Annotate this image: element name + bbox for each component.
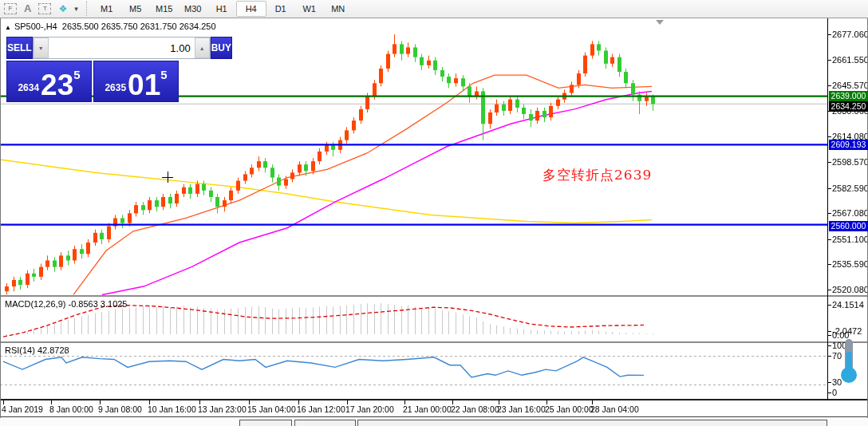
price-tick-label: 2535.590 <box>832 259 868 269</box>
rsi-indicator-label: RSI(14) 42.8728 <box>5 345 69 355</box>
minimized-window-edge <box>239 420 292 426</box>
minimized-window-edge <box>357 420 827 426</box>
timeframe-buttons: M1M5M15M30H1H4D1W1MN <box>93 1 353 17</box>
timeframe-m5[interactable]: M5 <box>121 1 150 17</box>
buy-price-sup: 5 <box>160 68 167 81</box>
time-tick-label: 15 Jan 04:00 <box>247 404 296 414</box>
toolbar-separator <box>86 2 88 16</box>
volume-decrease-button[interactable]: ▼ <box>34 37 49 58</box>
buy-price-big: 01 <box>128 73 160 97</box>
macd-indicator-label: MACD(12,26,9) -0.8563 3.1025 <box>5 299 127 309</box>
bottom-window-strip <box>0 418 868 426</box>
time-tick-label: 21 Jan 00:00 <box>403 404 452 414</box>
time-tick-label: 8 Jan 00:00 <box>49 404 93 414</box>
sell-price-big: 23 <box>41 73 73 97</box>
sell-price-box[interactable]: 2634 23 5 <box>6 61 92 102</box>
price-tag: 2634.250 <box>829 101 868 112</box>
timeframe-mn[interactable]: MN <box>324 1 353 17</box>
selection-tool-icon[interactable]: F <box>4 3 17 14</box>
price-tag: 2560.000 <box>829 221 868 231</box>
timeframe-h1[interactable]: H1 <box>207 1 236 17</box>
timeframe-m15[interactable]: M15 <box>150 1 179 17</box>
buy-button[interactable]: BUY <box>211 37 232 59</box>
price-tick-label: 2677.060 <box>832 30 868 39</box>
time-tick-label: 28 Jan 04:00 <box>590 404 639 414</box>
price-tick-label: 2598.570 <box>832 157 868 167</box>
time-tick-label: 23 Jan 16:00 <box>497 404 546 414</box>
time-tick-label: 17 Jan 20:00 <box>345 404 394 414</box>
time-tick-label: 13 Jan 23:00 <box>198 404 247 414</box>
time-tick-label: 10 Jan 16:00 <box>148 404 196 414</box>
price-tick-label: 2582.590 <box>832 183 868 193</box>
sell-price-prefix: 2634 <box>18 82 39 93</box>
label-tool-icon[interactable]: A <box>24 3 31 14</box>
collapse-triangle-icon: ▲ <box>5 24 11 31</box>
time-tick-label: 16 Jan 12:00 <box>297 404 345 414</box>
text-tool-icon[interactable]: T <box>38 3 51 14</box>
top-toolbar: F A T ❖ ▾ M1M5M15M30H1H4D1W1MN <box>0 0 868 18</box>
chart-title: ▲SP500-,H4 2635.500 2635.750 2631.750 26… <box>5 22 216 31</box>
price-tick-label: 2567.080 <box>832 208 868 218</box>
price-tag: 2639.000 <box>829 91 868 101</box>
price-tick-label: 2551.100 <box>832 235 868 244</box>
sell-button[interactable]: SELL <box>6 37 33 59</box>
symbol-period-label: SP500-,H4 <box>14 22 57 31</box>
sell-price-sup: 5 <box>73 68 80 81</box>
thermometer-icon <box>835 337 862 384</box>
price-tag: 2609.193 <box>829 140 868 150</box>
buy-price-prefix: 2635 <box>105 82 126 93</box>
price-tick-label: 2661.550 <box>832 55 868 65</box>
price-tick-label: 2520.080 <box>832 285 868 294</box>
volume-increase-button[interactable]: ▲ <box>195 37 210 58</box>
dropdown-caret-icon[interactable]: ▾ <box>74 5 78 13</box>
timeframe-h4[interactable]: H4 <box>236 1 266 17</box>
buy-price-box[interactable]: 2635 01 5 <box>93 61 179 102</box>
time-tick-label: 4 Jan 2019 <box>2 404 43 414</box>
drawing-tools-group: F A T ❖ ▾ <box>0 3 78 14</box>
volume-input[interactable] <box>49 37 195 58</box>
price-tick-label: 2645.570 <box>832 81 868 90</box>
timeframe-m30[interactable]: M30 <box>179 1 207 17</box>
indicator-tick-label: 0 <box>832 388 837 397</box>
chinese-annotation-text: 多空转折点2639 <box>542 166 652 184</box>
timeframe-d1[interactable]: D1 <box>266 1 295 17</box>
ohlc-quotes-label: 2635.500 2635.750 2631.750 2634.250 <box>62 22 216 31</box>
timeframe-m1[interactable]: M1 <box>93 1 121 17</box>
minimized-window-edge <box>294 420 356 426</box>
timeframe-w1[interactable]: W1 <box>295 1 324 17</box>
time-tick-label: 25 Jan 00:00 <box>545 404 594 414</box>
indicator-tick-label: 24.1514 <box>832 300 864 310</box>
time-tick-label: 22 Jan 08:00 <box>451 404 499 414</box>
one-click-trade-panel: SELL ▼ ▲ BUY 2634 23 5 2635 01 5 <box>6 37 179 102</box>
volume-stepper: ▼ ▲ <box>33 37 211 59</box>
draw-arrows-icon[interactable]: ❖ <box>58 3 67 14</box>
time-tick-label: 9 Jan 08:00 <box>98 404 142 414</box>
